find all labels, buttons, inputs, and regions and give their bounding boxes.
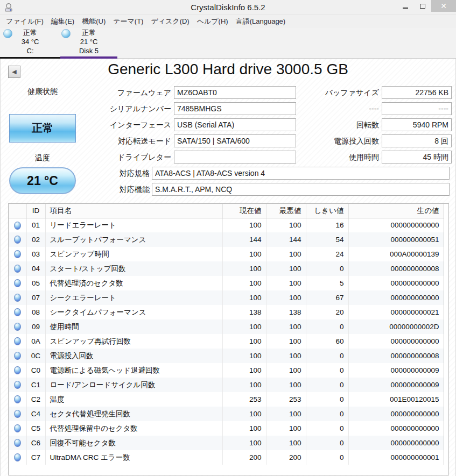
worst-value-cell: 100: [266, 407, 306, 421]
raw-value-cell: 000000000000: [348, 290, 444, 305]
disk-tab-disk-5[interactable]: 正常21 °CDisk 5: [60, 28, 117, 56]
menu-item[interactable]: 言語(Language): [232, 15, 290, 28]
drive-info-label: 対応転送モード: [78, 134, 174, 147]
smart-table-row[interactable]: C2温度2532530001E00120015: [9, 392, 444, 407]
threshold-cell: 0: [306, 261, 348, 276]
attribute-name-cell: 温度: [45, 392, 222, 407]
attribute-status-orb-icon: [14, 308, 21, 316]
disk-temperature-text: 21 °C: [60, 37, 117, 46]
drive-info-row: 回転数5940 RPM: [302, 118, 452, 131]
smart-table-row[interactable]: 08シークタイムパフォーマンス13813820000000000021: [9, 305, 444, 319]
attribute-name-cell: 代替処理済のセクタ数: [45, 276, 222, 290]
smart-table-row[interactable]: C5代替処理保留中のセクタ数1001000000000000000: [9, 421, 444, 436]
menu-item[interactable]: 編集(E): [47, 15, 78, 28]
attribute-id-cell: 07: [26, 290, 45, 305]
raw-value-cell: 000000000009: [348, 378, 444, 392]
raw-value-cell: 000000000021: [348, 305, 444, 319]
status-cell: [9, 305, 26, 319]
status-cell: [9, 450, 26, 465]
threshold-cell: 0: [306, 407, 348, 421]
current-value-column-header: 現在値: [222, 204, 266, 218]
threshold-cell: 0: [306, 421, 348, 436]
smart-table-row[interactable]: 01リードエラーレート10010016000000000000: [9, 218, 444, 232]
raw-value-cell: 000000000000: [348, 218, 444, 232]
menu-item[interactable]: ディスク(D): [147, 15, 193, 28]
current-value-cell: 100: [222, 218, 266, 232]
status-cell: [9, 392, 26, 407]
health-status-button[interactable]: 正常: [9, 114, 76, 143]
attribute-status-orb-icon: [14, 337, 21, 345]
minimize-button[interactable]: [397, 0, 414, 12]
drive-info-row: 対応機能S.M.A.R.T., APM, NCQ: [81, 183, 450, 196]
attribute-name-cell: ロード/アンロードサイクル回数: [45, 378, 222, 392]
worst-value-cell: 100: [266, 363, 306, 378]
drive-info-label: バッファサイズ: [302, 86, 382, 99]
smart-table-row[interactable]: 0C電源投入回数1001000000000000008: [9, 349, 444, 363]
drive-info-value: 22756 KB: [382, 86, 452, 99]
health-status-label: 健康状態: [8, 87, 77, 97]
current-value-cell: 200: [222, 450, 266, 465]
menu-item[interactable]: 機能(U): [78, 15, 109, 28]
raw-value-cell: 000000000001: [348, 450, 444, 465]
attribute-name-cell: UltraDMA CRC エラー数: [45, 450, 222, 465]
smart-table-row[interactable]: 07シークエラーレート10010067000000000000: [9, 290, 444, 305]
menu-item[interactable]: ファイル(F): [2, 15, 47, 28]
current-value-cell: 253: [222, 392, 266, 407]
raw-value-column-header: 生の値: [348, 204, 444, 218]
window-title: CrystalDiskInfo 6.5.2: [0, 3, 456, 12]
close-button[interactable]: ✕: [431, 0, 456, 12]
current-value-cell: 100: [222, 319, 266, 334]
smart-attributes-table: ID 項目名 現在値 最悪値 しきい値 生の値 01リードエラーレート10010…: [8, 203, 449, 475]
current-value-cell: 100: [222, 407, 266, 421]
status-cell: [9, 247, 26, 261]
drive-info-label: 使用時間: [302, 151, 382, 164]
raw-value-cell: 000000000008: [348, 349, 444, 363]
worst-value-cell: 138: [266, 305, 306, 319]
temperature-label: 温度: [8, 153, 77, 163]
id-column-header: ID: [26, 204, 45, 218]
smart-table-row[interactable]: C0電源断による磁気ヘッド退避回数1001000000000000009: [9, 363, 444, 378]
status-cell: [9, 378, 26, 392]
attribute-id-cell: 09: [26, 319, 45, 334]
attribute-status-orb-icon: [14, 366, 21, 374]
drive-info-row: --------: [302, 102, 452, 115]
drive-info-row: インターフェースUSB (Serial ATA): [78, 118, 296, 131]
smart-table-row[interactable]: C6回復不可能セクタ数1001000000000000000: [9, 436, 444, 450]
drive-info-value: 8 回: [382, 134, 452, 147]
drive-info-value: 7485BMHGS: [174, 102, 296, 115]
menu-item[interactable]: テーマ(T): [109, 15, 147, 28]
smart-table-row[interactable]: 05代替処理済のセクタ数1001005000000000000: [9, 276, 444, 290]
raw-value-cell: 000000000000: [348, 436, 444, 450]
threshold-cell: 0: [306, 450, 348, 465]
attribute-status-orb-icon: [14, 294, 21, 302]
current-value-cell: 100: [222, 436, 266, 450]
smart-table-row[interactable]: 09使用時間100100000000000002D: [9, 319, 444, 334]
smart-table-row[interactable]: 03スピンアップ時間10010024000A00000139: [9, 247, 444, 261]
attribute-id-cell: 04: [26, 261, 45, 276]
attribute-id-cell: C1: [26, 378, 45, 392]
smart-table-row[interactable]: C4セクタ代替処理発生回数1001000000000000000: [9, 407, 444, 421]
raw-value-cell: 000A00000139: [348, 247, 444, 261]
smart-table-row[interactable]: 02スループットパフォーマンス14414454000000000051: [9, 232, 444, 247]
maximize-button[interactable]: [414, 0, 431, 12]
smart-table-row[interactable]: C1ロード/アンロードサイクル回数1001000000000000009: [9, 378, 444, 392]
menu-item[interactable]: ヘルプ(H): [193, 15, 232, 28]
attribute-status-orb-icon: [14, 265, 21, 273]
status-cell: [9, 218, 26, 232]
drive-info-row: ドライブレター: [78, 151, 296, 164]
drive-info-value: ----: [382, 102, 452, 115]
disk-tab-c-[interactable]: 正常34 °CC:: [0, 28, 60, 56]
drive-info-value: MZ6OABT0: [174, 86, 296, 99]
worst-value-cell: 253: [266, 392, 306, 407]
smart-table-row[interactable]: 0Aスピンアップ再試行回数10010060000000000000: [9, 334, 444, 349]
temperature-button[interactable]: 21 °C: [9, 167, 76, 194]
raw-value-cell: 000000000000: [348, 334, 444, 349]
attribute-status-orb-icon: [14, 222, 21, 230]
attribute-name-cell: リードエラーレート: [45, 218, 222, 232]
smart-table-row[interactable]: C7UltraDMA CRC エラー数2002000000000000001: [9, 450, 444, 465]
attribute-name-cell: スループットパフォーマンス: [45, 232, 222, 247]
threshold-cell: 20: [306, 305, 348, 319]
smart-table-row[interactable]: 04スタート/ストップ回数1001000000000000008: [9, 261, 444, 276]
threshold-cell: 67: [306, 290, 348, 305]
status-cell: [9, 349, 26, 363]
